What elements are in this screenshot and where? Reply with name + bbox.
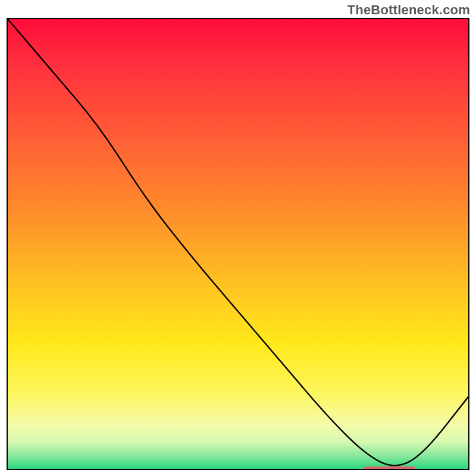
bottleneck-curve <box>8 19 468 469</box>
optimal-range-marker <box>364 466 415 470</box>
brand-watermark: TheBottleneck.com <box>347 2 470 18</box>
plot-frame <box>7 18 469 470</box>
chart-container: TheBottleneck.com <box>0 0 476 476</box>
